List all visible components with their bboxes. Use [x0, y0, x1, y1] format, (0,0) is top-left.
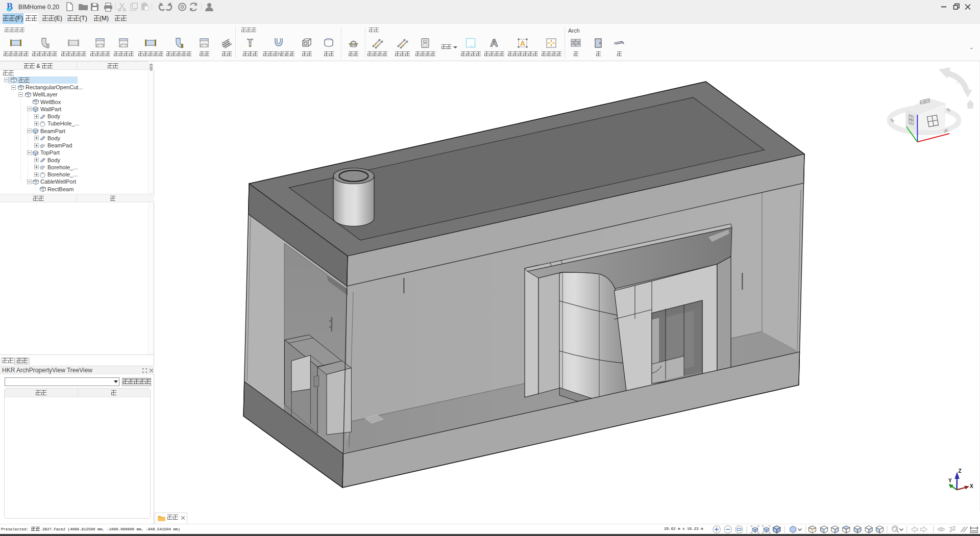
- svg-text:A: A: [491, 37, 498, 48]
- svg-text:Z: Z: [959, 468, 962, 474]
- svg-text:A: A: [520, 39, 525, 47]
- svg-text:Y: Y: [948, 478, 952, 483]
- svg-text:X: X: [970, 483, 973, 489]
